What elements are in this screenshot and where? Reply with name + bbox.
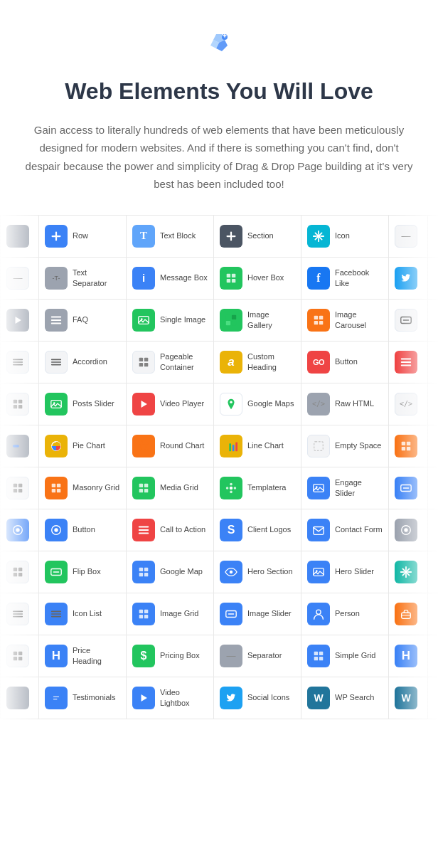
grid-cell-icon-partial[interactable]: [389, 551, 428, 593]
bako-grid-icon: [6, 645, 29, 667]
grid-cell-spe[interactable]: H: [389, 635, 428, 677]
grid-cell-icon[interactable]: Icon: [301, 216, 389, 257]
contact-form-icon: [307, 519, 330, 541]
grid-cell-section[interactable]: Section: [214, 216, 301, 257]
grid-cell-button-full[interactable]: Button: [39, 509, 127, 551]
grid-cell-contact-form-7[interactable]: [0, 216, 39, 257]
progress-bar-icon: [6, 435, 29, 457]
hero-section-label: Hero Section: [247, 566, 293, 576]
svg-rect-90: [14, 651, 17, 655]
grid-cell-button-3[interactable]: [0, 509, 39, 551]
grid-cell-image-slider[interactable]: Image Slider: [214, 593, 301, 635]
grid-row-11: TestimonialsVideo LightboxSocial IconsWW…: [0, 677, 438, 719]
grid-cell-separator-2[interactable]: —Separator: [214, 635, 301, 677]
grid-cell-call-to-action[interactable]: Call to Action: [127, 509, 214, 551]
grid-cell-posts-slider[interactable]: Posts Slider: [39, 383, 127, 425]
grid-cell-posts[interactable]: [389, 425, 428, 467]
grid-cell-raw-2[interactable]: </>: [389, 383, 428, 425]
grid-cell-media-grid[interactable]: Media Grid: [127, 467, 214, 509]
grid-cell-progress-bar[interactable]: [0, 425, 39, 467]
grid-cell-message-box[interactable]: iMessage Box: [127, 258, 214, 299]
grid-cell-wp-last[interactable]: W: [389, 677, 428, 719]
grid-cell-video-player[interactable]: Video Player: [127, 383, 214, 425]
svg-rect-60: [314, 484, 324, 492]
grid-cell-person[interactable]: Person: [301, 593, 389, 635]
grid-cell-portfolio[interactable]: [389, 593, 428, 635]
grid-cell-single-image[interactable]: Single Image: [127, 300, 214, 341]
page-description: Gain access to literally hundreds of web…: [21, 121, 417, 194]
grid-cell-pageable-container[interactable]: Pageable Container: [127, 342, 214, 383]
grid-cell-hover-box[interactable]: Hover Box: [214, 258, 301, 299]
grid-cell-image-carousel[interactable]: Image Carousel: [301, 300, 389, 341]
grid-cell-left-partial[interactable]: [0, 551, 39, 593]
grid-cell-text-separator[interactable]: -T-Text Separator: [39, 258, 127, 299]
icon-list-left-icon: [6, 603, 29, 625]
grid-cell-separator-1[interactable]: —: [389, 216, 428, 257]
svg-rect-13: [314, 315, 318, 319]
grid-cell-price-heading[interactable]: HPrice Heading: [39, 635, 127, 677]
grid-cell-hero-slider[interactable]: Hero Slider: [301, 551, 389, 593]
contact-form-7-icon: [6, 225, 29, 248]
wp-last-icon: W: [395, 687, 417, 709]
grid-cell-flip-box[interactable]: Flip Box: [39, 551, 127, 593]
grid-cell-empty-space[interactable]: Empty Space: [301, 425, 389, 467]
button-icon: GO: [307, 351, 330, 374]
spe-icon: H: [395, 645, 417, 667]
grid-cell-icon-list-left[interactable]: [0, 593, 39, 635]
image-slider-label: Image Slider: [247, 608, 292, 618]
grid-cell-engage-slider[interactable]: Engage Slider: [301, 467, 389, 509]
svg-point-69: [404, 528, 407, 531]
testimonials-icon: [45, 687, 68, 709]
grid-cell-accordion[interactable]: [0, 342, 39, 383]
grid-cell-templatera[interactable]: Templatera: [214, 467, 301, 509]
grid-cell-image-gallery[interactable]: Image Gallery: [214, 300, 301, 341]
grid-cell-text-block[interactable]: TText Block: [127, 216, 214, 257]
grid-cell-facebook-like[interactable]: fFacebook Like: [301, 258, 389, 299]
grid-cell-wp-search[interactable]: WWP Search: [301, 677, 389, 719]
grid-cell-faq[interactable]: FAQ: [39, 300, 127, 341]
grid-cell-twitter-2[interactable]: [389, 258, 428, 299]
grid-cell-accordion-full[interactable]: Accordion: [39, 342, 127, 383]
grid-cell-members[interactable]: [0, 677, 39, 719]
image-grid-icon: [132, 603, 155, 625]
grid-cell-pricing-box[interactable]: $Pricing Box: [127, 635, 214, 677]
grid-cell-social-icons[interactable]: Social Icons: [214, 677, 301, 719]
grid-cell-button-2[interactable]: [0, 300, 39, 341]
grid-cell-simple-grid[interactable]: Simple Grid: [301, 635, 389, 677]
grid-cell-con[interactable]: [389, 509, 428, 551]
grid-cell-testimonials[interactable]: Testimonials: [39, 677, 127, 719]
grid-cell-icon-list[interactable]: Icon List: [39, 593, 127, 635]
svg-rect-50: [57, 488, 60, 492]
grid-cell-client-logos[interactable]: SClient Logos: [214, 509, 301, 551]
grid-cell-video-lightbox[interactable]: Video Lightbox: [127, 677, 214, 719]
svg-rect-72: [14, 572, 17, 576]
grid-cell-line-chart[interactable]: Line Chart: [214, 425, 301, 467]
grid-cell-pie-chart[interactable]: Pie Chart: [39, 425, 127, 467]
grid-cell-custom-heading[interactable]: aCustom Heading: [214, 342, 301, 383]
grid-cell-google-map[interactable]: Google Map: [127, 551, 214, 593]
grid-cell-grid-left[interactable]: [0, 467, 39, 509]
grid-cell-separator[interactable]: —: [0, 258, 39, 299]
grid-cell-google-maps[interactable]: Google Maps: [214, 383, 301, 425]
grid-cell-reused[interactable]: [0, 383, 39, 425]
grid-cell-bako-grid[interactable]: [0, 635, 39, 677]
grid-cell-raw-html[interactable]: </>Raw HTML: [301, 383, 389, 425]
grid-cell-button[interactable]: GOButton: [301, 342, 389, 383]
grid-cell-call-to-action-2[interactable]: [389, 342, 428, 383]
grid-cell-masonry-grid[interactable]: Masonry Grid: [39, 467, 127, 509]
svg-rect-84: [144, 609, 148, 613]
svg-rect-97: [319, 656, 323, 660]
grid-cell-contact-form[interactable]: Contact Form: [301, 509, 389, 551]
grid-cell-round-chart[interactable]: Round Chart: [127, 425, 214, 467]
pie-chart-icon: [45, 435, 68, 457]
grid-cell-image-grid[interactable]: Image Grid: [127, 593, 214, 635]
grid-cell-blog[interactable]: [389, 467, 428, 509]
svg-rect-22: [14, 399, 17, 403]
video-lightbox-icon: [132, 687, 155, 709]
grid-cell-hero-section[interactable]: Hero Section: [214, 551, 301, 593]
posts-slider-label: Posts Slider: [73, 398, 114, 408]
google-maps-icon: [220, 393, 242, 416]
grid-cell-row[interactable]: Row: [39, 216, 127, 257]
grid-cell-tab[interactable]: [389, 300, 428, 341]
svg-point-64: [16, 528, 19, 531]
